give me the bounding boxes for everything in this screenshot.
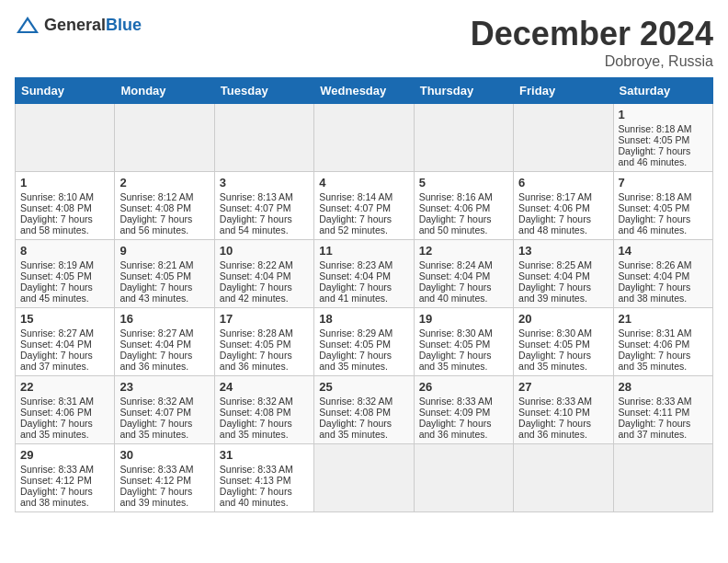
calendar-cell: 22Sunrise: 8:31 AMSunset: 4:06 PMDayligh… bbox=[16, 376, 115, 444]
calendar-cell bbox=[414, 444, 513, 512]
calendar-week-row: 29Sunrise: 8:33 AMSunset: 4:12 PMDayligh… bbox=[16, 444, 713, 512]
calendar-cell: 18Sunrise: 8:29 AMSunset: 4:05 PMDayligh… bbox=[314, 308, 414, 376]
day-number: 1 bbox=[20, 176, 109, 190]
sunrise-text: Sunrise: 8:26 AM bbox=[619, 259, 708, 270]
day-number: 2 bbox=[119, 176, 209, 190]
sunset-text: Sunset: 4:05 PM bbox=[619, 134, 708, 145]
sunrise-text: Sunrise: 8:10 AM bbox=[20, 191, 109, 202]
sunrise-text: Sunrise: 8:32 AM bbox=[119, 396, 209, 407]
sunset-text: Sunset: 4:06 PM bbox=[619, 339, 708, 350]
daylight-text: Daylight: 7 hours and 42 minutes. bbox=[220, 282, 309, 304]
sunset-text: Sunset: 4:05 PM bbox=[419, 339, 508, 350]
daylight-text: Daylight: 7 hours and 39 minutes. bbox=[518, 282, 608, 304]
day-number: 23 bbox=[119, 380, 209, 394]
day-number: 22 bbox=[20, 380, 109, 394]
daylight-text: Daylight: 7 hours and 39 minutes. bbox=[119, 486, 209, 508]
sunset-text: Sunset: 4:04 PM bbox=[20, 339, 109, 350]
sunrise-text: Sunrise: 8:27 AM bbox=[20, 327, 109, 339]
day-number: 10 bbox=[220, 244, 309, 258]
daylight-text: Daylight: 7 hours and 46 minutes. bbox=[619, 145, 708, 167]
sunrise-text: Sunrise: 8:23 AM bbox=[319, 259, 408, 270]
calendar-cell: 26Sunrise: 8:33 AMSunset: 4:09 PMDayligh… bbox=[414, 376, 513, 444]
sunrise-text: Sunrise: 8:28 AM bbox=[220, 327, 309, 339]
sunrise-text: Sunrise: 8:24 AM bbox=[419, 259, 508, 270]
day-number: 18 bbox=[319, 312, 408, 326]
calendar-cell: 2Sunrise: 8:12 AMSunset: 4:08 PMDaylight… bbox=[115, 172, 214, 240]
day-number: 13 bbox=[518, 244, 608, 258]
calendar-cell: 4Sunrise: 8:14 AMSunset: 4:07 PMDaylight… bbox=[314, 172, 414, 240]
sunset-text: Sunset: 4:10 PM bbox=[518, 407, 608, 418]
sunset-text: Sunset: 4:12 PM bbox=[119, 475, 209, 486]
calendar-cell: 21Sunrise: 8:31 AMSunset: 4:06 PMDayligh… bbox=[613, 308, 712, 376]
calendar-cell: 19Sunrise: 8:30 AMSunset: 4:05 PMDayligh… bbox=[414, 308, 513, 376]
daylight-text: Daylight: 7 hours and 38 minutes. bbox=[619, 282, 708, 304]
sunrise-text: Sunrise: 8:30 AM bbox=[518, 327, 608, 339]
sunrise-text: Sunrise: 8:13 AM bbox=[220, 191, 309, 202]
daylight-text: Daylight: 7 hours and 36 minutes. bbox=[220, 350, 309, 372]
calendar-week-row: 1Sunrise: 8:10 AMSunset: 4:08 PMDaylight… bbox=[16, 172, 713, 240]
calendar-cell bbox=[115, 104, 214, 172]
sunset-text: Sunset: 4:07 PM bbox=[119, 407, 209, 418]
sunset-text: Sunset: 4:07 PM bbox=[319, 202, 408, 213]
day-number: 9 bbox=[119, 244, 209, 258]
sunrise-text: Sunrise: 8:21 AM bbox=[119, 259, 209, 270]
daylight-text: Daylight: 7 hours and 35 minutes. bbox=[319, 418, 408, 440]
sunrise-text: Sunrise: 8:29 AM bbox=[319, 327, 408, 339]
day-number: 21 bbox=[619, 312, 708, 326]
sunset-text: Sunset: 4:11 PM bbox=[619, 407, 708, 418]
daylight-text: Daylight: 7 hours and 45 minutes. bbox=[20, 282, 109, 304]
sunset-text: Sunset: 4:04 PM bbox=[220, 270, 309, 282]
calendar-cell: 29Sunrise: 8:33 AMSunset: 4:12 PMDayligh… bbox=[16, 444, 115, 512]
sunset-text: Sunset: 4:13 PM bbox=[220, 475, 309, 486]
logo-icon bbox=[15, 15, 40, 35]
daylight-text: Daylight: 7 hours and 52 minutes. bbox=[319, 213, 408, 236]
calendar-cell: 13Sunrise: 8:25 AMSunset: 4:04 PMDayligh… bbox=[514, 240, 613, 308]
logo-text-blue: Blue bbox=[106, 16, 142, 34]
calendar-cell: 8Sunrise: 8:19 AMSunset: 4:05 PMDaylight… bbox=[16, 240, 115, 308]
sunrise-text: Sunrise: 8:17 AM bbox=[518, 191, 608, 202]
sunset-text: Sunset: 4:05 PM bbox=[119, 270, 209, 282]
daylight-text: Daylight: 7 hours and 56 minutes. bbox=[119, 213, 209, 236]
day-number: 28 bbox=[619, 380, 708, 394]
sunrise-text: Sunrise: 8:33 AM bbox=[20, 464, 109, 475]
daylight-text: Daylight: 7 hours and 43 minutes. bbox=[119, 282, 209, 304]
calendar-cell: 12Sunrise: 8:24 AMSunset: 4:04 PMDayligh… bbox=[414, 240, 513, 308]
calendar-header-row: SundayMondayTuesdayWednesdayThursdayFrid… bbox=[16, 78, 713, 104]
daylight-text: Daylight: 7 hours and 35 minutes. bbox=[619, 350, 708, 372]
sunrise-text: Sunrise: 8:31 AM bbox=[619, 327, 708, 339]
logo-text-general: General bbox=[44, 16, 106, 34]
calendar-cell: 31Sunrise: 8:33 AMSunset: 4:13 PMDayligh… bbox=[214, 444, 313, 512]
calendar-cell: 5Sunrise: 8:16 AMSunset: 4:06 PMDaylight… bbox=[414, 172, 513, 240]
calendar-cell: 1Sunrise: 8:10 AMSunset: 4:08 PMDaylight… bbox=[16, 172, 115, 240]
day-number: 7 bbox=[619, 176, 708, 190]
sunset-text: Sunset: 4:05 PM bbox=[518, 339, 608, 350]
calendar-header-monday: Monday bbox=[115, 78, 214, 104]
sunset-text: Sunset: 4:04 PM bbox=[619, 270, 708, 282]
logo: GeneralBlue bbox=[15, 15, 142, 35]
daylight-text: Daylight: 7 hours and 36 minutes. bbox=[518, 418, 608, 440]
sunrise-text: Sunrise: 8:14 AM bbox=[319, 191, 408, 202]
sunset-text: Sunset: 4:05 PM bbox=[319, 339, 408, 350]
location-title: Dobroye, Russia bbox=[471, 53, 713, 70]
calendar-cell bbox=[514, 444, 613, 512]
sunset-text: Sunset: 4:06 PM bbox=[518, 202, 608, 213]
sunset-text: Sunset: 4:04 PM bbox=[419, 270, 508, 282]
calendar-cell bbox=[16, 104, 115, 172]
sunset-text: Sunset: 4:08 PM bbox=[220, 407, 309, 418]
calendar-cell bbox=[314, 104, 414, 172]
sunset-text: Sunset: 4:08 PM bbox=[319, 407, 408, 418]
sunset-text: Sunset: 4:09 PM bbox=[419, 407, 508, 418]
calendar-week-row: 15Sunrise: 8:27 AMSunset: 4:04 PMDayligh… bbox=[16, 308, 713, 376]
sunrise-text: Sunrise: 8:30 AM bbox=[419, 327, 508, 339]
sunrise-text: Sunrise: 8:16 AM bbox=[419, 191, 508, 202]
page-header: GeneralBlue December 2024 Dobroye, Russi… bbox=[15, 15, 713, 70]
sunrise-text: Sunrise: 8:32 AM bbox=[319, 396, 408, 407]
calendar-cell: 1Sunrise: 8:18 AMSunset: 4:05 PMDaylight… bbox=[613, 104, 712, 172]
sunrise-text: Sunrise: 8:22 AM bbox=[220, 259, 309, 270]
sunrise-text: Sunrise: 8:32 AM bbox=[220, 396, 309, 407]
calendar-cell: 16Sunrise: 8:27 AMSunset: 4:04 PMDayligh… bbox=[115, 308, 214, 376]
sunset-text: Sunset: 4:06 PM bbox=[20, 407, 109, 418]
title-area: December 2024 Dobroye, Russia bbox=[471, 15, 713, 70]
daylight-text: Daylight: 7 hours and 35 minutes. bbox=[319, 350, 408, 372]
calendar-cell: 11Sunrise: 8:23 AMSunset: 4:04 PMDayligh… bbox=[314, 240, 414, 308]
